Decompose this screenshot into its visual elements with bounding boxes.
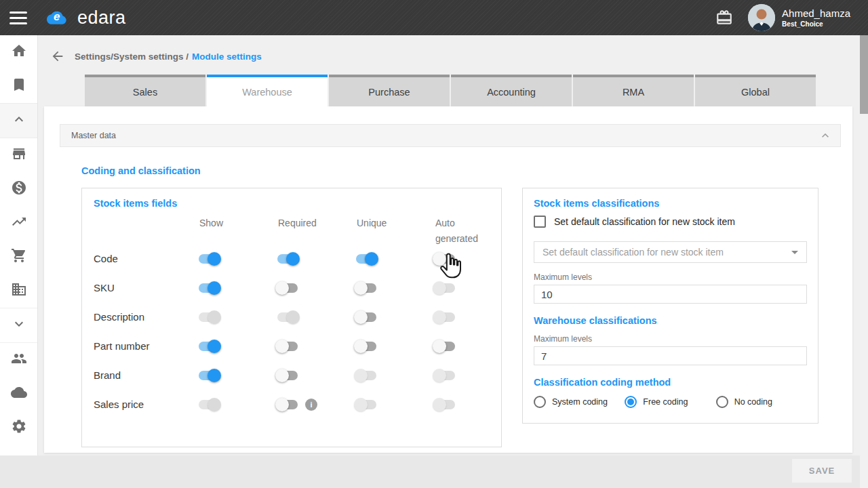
toggle-cell [406, 369, 484, 382]
stock-fields-title: Stock items fields [94, 198, 501, 209]
home-icon [11, 43, 27, 62]
field-row-description: Description [82, 302, 501, 331]
chevron-down-icon [11, 316, 27, 335]
toggle-cell [327, 369, 406, 382]
toggle-cell [170, 340, 248, 353]
menu-icon[interactable] [9, 12, 27, 24]
sidebar-item-people[interactable] [0, 343, 37, 377]
default-classification-checkbox-row[interactable]: Set default classification for new stock… [534, 216, 807, 228]
toggle-cell [327, 310, 406, 324]
field-label: Brand [82, 369, 170, 381]
collapse-chevron-up-icon[interactable] [818, 129, 832, 142]
toggle-part-number-show[interactable] [197, 340, 221, 353]
toggle-code-unique[interactable] [354, 252, 378, 266]
toggle-code-auto-generated[interactable] [433, 252, 457, 266]
toggle-code-required[interactable] [275, 252, 300, 266]
column-headers: ShowRequiredUniqueAuto generated [82, 216, 501, 244]
sidebar-item-monetization[interactable] [0, 172, 37, 206]
radio-no-coding[interactable]: No coding [716, 396, 807, 408]
max-levels-input[interactable] [534, 285, 807, 304]
column-header-auto-generated: Auto generated [406, 216, 484, 247]
user-name: Ahmed_hamza [782, 7, 850, 20]
sidebar-item-chevron-up[interactable] [0, 103, 37, 138]
radio-system-coding[interactable]: System coding [534, 396, 625, 408]
tab-global[interactable]: Global [695, 75, 816, 106]
avatar[interactable] [748, 4, 775, 31]
toggle-description-unique[interactable] [354, 310, 378, 324]
field-row-brand: Brand [82, 361, 501, 390]
logo-letter: e [54, 10, 60, 24]
trending-up-icon [11, 214, 27, 232]
tab-purchase[interactable]: Purchase [329, 75, 450, 106]
toggle-sales-price-required[interactable] [275, 398, 300, 411]
info-icon[interactable]: i [305, 399, 317, 411]
tab-sales[interactable]: Sales [85, 75, 205, 106]
toggle-sales-price-show [197, 398, 221, 411]
field-label: SKU [82, 282, 170, 293]
sidebar-item-settings[interactable] [0, 411, 37, 445]
coding-method-title: Classification coding method [534, 377, 807, 388]
toggle-part-number-required[interactable] [275, 340, 300, 353]
warehouse-classifications-title: Warehouse classifications [534, 315, 807, 326]
sidebar-item-store[interactable] [0, 138, 37, 172]
sidebar-item-business[interactable] [0, 274, 37, 308]
sidebar-item-trending-up[interactable] [0, 206, 37, 240]
warehouse-max-levels-label: Maximum levels [534, 334, 807, 344]
brand-logo[interactable]: e edara [45, 7, 126, 28]
toggle-brand-required[interactable] [275, 369, 300, 382]
warehouse-max-levels-input[interactable] [534, 346, 807, 365]
sidebar-item-bookmark[interactable] [0, 69, 37, 103]
store-icon [11, 146, 27, 165]
toggle-sku-show[interactable] [197, 281, 221, 295]
radio-circle-icon [625, 396, 637, 408]
scrollbar[interactable] [860, 35, 868, 488]
toggle-part-number-unique[interactable] [354, 340, 378, 353]
footer-bar: SAVE [0, 455, 868, 488]
save-button[interactable]: SAVE [792, 459, 852, 483]
breadcrumb-path: Settings/System settings / [75, 52, 189, 62]
scrollbar-thumb[interactable] [860, 35, 868, 114]
tab-accounting[interactable]: Accounting [451, 75, 572, 106]
gift-icon[interactable] [715, 9, 733, 26]
cart-icon [11, 247, 27, 266]
topbar: e edara Ahmed_hamza Best_Choice [0, 0, 868, 35]
back-arrow-icon[interactable] [50, 49, 65, 64]
breadcrumb-current[interactable]: Module settings [192, 52, 262, 62]
sidebar [0, 35, 38, 488]
toggle-cell [406, 398, 484, 411]
radio-label: System coding [552, 397, 608, 407]
main-panel: Master data Coding and classification St… [44, 106, 852, 453]
breadcrumb: Settings/System settings / Module settin… [50, 49, 262, 64]
toggle-cell [170, 369, 248, 382]
default-classification-select[interactable]: Set default classification for new stock… [534, 241, 807, 263]
column-header-show: Show [170, 216, 248, 231]
toggle-brand-auto-generated [433, 369, 457, 382]
tab-rma[interactable]: RMA [573, 75, 694, 106]
master-data-title: Master data [71, 131, 116, 140]
section-heading: Coding and classification [81, 165, 201, 176]
radio-free-coding[interactable]: Free coding [625, 396, 715, 408]
sidebar-item-cloud[interactable] [0, 377, 37, 411]
toggle-sku-unique[interactable] [354, 281, 378, 295]
toggle-part-number-auto-generated[interactable] [433, 340, 457, 353]
toggle-sku-auto-generated [433, 281, 457, 295]
toggle-cell [406, 281, 484, 295]
toggle-sku-required[interactable] [275, 281, 300, 295]
toggle-cell [406, 340, 484, 353]
sidebar-item-chevron-down[interactable] [0, 308, 37, 343]
toggle-sales-price-unique [354, 398, 378, 411]
tab-warehouse[interactable]: Warehouse [207, 75, 328, 106]
toggle-cell [406, 310, 484, 324]
chevron-up-icon [11, 111, 27, 130]
toggle-description-show [197, 310, 221, 324]
toggle-code-show[interactable] [197, 252, 221, 266]
user-block[interactable]: Ahmed_hamza Best_Choice [782, 7, 850, 28]
toggle-brand-show[interactable] [197, 369, 221, 382]
master-data-bar: Master data [60, 124, 841, 147]
field-rows: CodeSKUDescriptionPart numberBrandSales … [82, 244, 501, 419]
radio-circle-icon [534, 396, 546, 408]
checkbox[interactable] [534, 216, 546, 228]
select-placeholder: Set default classification for new stock… [542, 247, 724, 258]
sidebar-item-cart[interactable] [0, 240, 37, 274]
sidebar-item-home[interactable] [0, 35, 37, 69]
